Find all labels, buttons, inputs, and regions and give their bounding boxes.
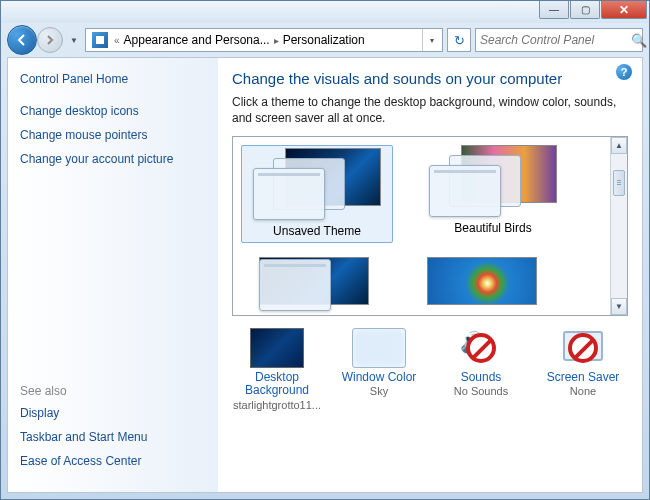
- toolbar: ▼ « Appearance and Persona... ▸ Personal…: [1, 23, 649, 57]
- label: Screen Saver: [547, 371, 620, 384]
- theme-beautiful-birds[interactable]: Beautiful Birds: [419, 145, 567, 243]
- sounds-link[interactable]: 🔊 Sounds No Sounds: [440, 328, 522, 410]
- window-glyph: [259, 259, 331, 311]
- themes-scrollbar[interactable]: ▲ ▼: [610, 137, 627, 315]
- see-also-heading: See also: [20, 384, 206, 398]
- control-panel-icon: [92, 32, 108, 48]
- address-dropdown[interactable]: ▾: [422, 29, 440, 51]
- arrow-left-icon: [15, 33, 29, 47]
- scroll-up-button[interactable]: ▲: [611, 137, 627, 154]
- close-button[interactable]: ✕: [601, 1, 647, 19]
- see-also-taskbar[interactable]: Taskbar and Start Menu: [20, 430, 206, 444]
- window-body: Control Panel Home Change desktop icons …: [7, 57, 643, 493]
- settings-row: Desktop Background starlightgrotto11... …: [232, 328, 628, 410]
- breadcrumb-segment-1[interactable]: Appearance and Persona...: [122, 33, 272, 47]
- refresh-button[interactable]: ↻: [447, 28, 471, 52]
- window-frame: — ▢ ✕ ▼ « Appearance and Persona... ▸ Pe…: [0, 0, 650, 500]
- see-also-display[interactable]: Display: [20, 406, 206, 420]
- window-glyph: [429, 165, 501, 217]
- label: Sounds: [461, 371, 502, 384]
- sidebar-link-mouse-pointers[interactable]: Change mouse pointers: [20, 128, 206, 142]
- page-description: Click a theme to change the desktop back…: [232, 95, 628, 126]
- maximize-button[interactable]: ▢: [570, 1, 600, 19]
- theme-partial-1[interactable]: [259, 257, 387, 305]
- refresh-icon: ↻: [454, 33, 465, 48]
- forward-button[interactable]: [37, 27, 63, 53]
- desktop-background-icon: [250, 328, 304, 368]
- theme-preview: [253, 148, 381, 220]
- address-bar[interactable]: « Appearance and Persona... ▸ Personaliz…: [85, 28, 443, 52]
- scroll-track[interactable]: [611, 154, 627, 298]
- search-icon[interactable]: 🔍: [631, 33, 647, 48]
- search-input[interactable]: [480, 33, 631, 47]
- disabled-icon: [568, 333, 598, 363]
- window-glyph: [253, 168, 325, 220]
- theme-label: Unsaved Theme: [273, 224, 361, 238]
- value: starlightgrotto11...: [233, 399, 321, 411]
- value: No Sounds: [454, 385, 508, 397]
- screen-saver-link[interactable]: Screen Saver None: [542, 328, 624, 410]
- window-color-icon: [352, 328, 406, 368]
- screen-saver-icon: [556, 328, 610, 368]
- breadcrumb-prefix: «: [112, 35, 122, 46]
- label: Desktop Background: [236, 371, 318, 397]
- theme-label: Beautiful Birds: [454, 221, 531, 235]
- disabled-icon: [466, 333, 496, 363]
- titlebar[interactable]: — ▢ ✕: [1, 1, 649, 23]
- label: Window Color: [342, 371, 417, 384]
- see-also-section: See also Display Taskbar and Start Menu …: [20, 384, 206, 478]
- theme-partial-2[interactable]: [427, 257, 555, 305]
- scroll-thumb[interactable]: [613, 170, 625, 196]
- sounds-icon: 🔊: [454, 328, 508, 368]
- value: None: [570, 385, 596, 397]
- help-icon[interactable]: ?: [616, 64, 632, 80]
- sidebar-link-desktop-icons[interactable]: Change desktop icons: [20, 104, 206, 118]
- minimize-button[interactable]: —: [539, 1, 569, 19]
- themes-panel: Unsaved Theme Beautiful Birds: [232, 136, 628, 316]
- value: Sky: [370, 385, 388, 397]
- sidebar: Control Panel Home Change desktop icons …: [8, 58, 218, 492]
- search-box[interactable]: 🔍: [475, 28, 643, 52]
- window-controls: — ▢ ✕: [539, 1, 647, 19]
- window-color-link[interactable]: Window Color Sky: [338, 328, 420, 410]
- theme-preview: [429, 145, 557, 217]
- chevron-right-icon: ▸: [272, 35, 281, 46]
- page-title: Change the visuals and sounds on your co…: [232, 70, 628, 87]
- scroll-down-button[interactable]: ▼: [611, 298, 627, 315]
- wallpaper-thumb: [427, 257, 537, 305]
- see-also-ease-of-access[interactable]: Ease of Access Center: [20, 454, 206, 468]
- desktop-background-link[interactable]: Desktop Background starlightgrotto11...: [236, 328, 318, 410]
- control-panel-home-link[interactable]: Control Panel Home: [20, 72, 206, 86]
- nav-history-dropdown[interactable]: ▼: [67, 30, 81, 50]
- breadcrumb-segment-2[interactable]: Personalization: [281, 33, 367, 47]
- theme-unsaved[interactable]: Unsaved Theme: [241, 145, 393, 243]
- sidebar-link-account-picture[interactable]: Change your account picture: [20, 152, 206, 166]
- arrow-right-icon: [44, 34, 56, 46]
- back-button[interactable]: [7, 25, 37, 55]
- content-area: ? Change the visuals and sounds on your …: [218, 58, 642, 492]
